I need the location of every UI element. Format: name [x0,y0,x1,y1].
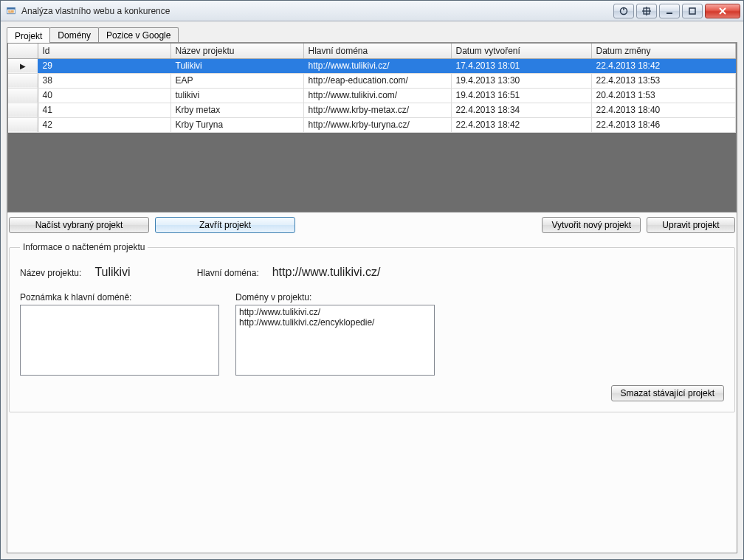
window-title-extra [174,6,176,16]
tab-strip: Projekt Domény Pozice v Google [7,26,737,42]
cell-changed[interactable]: 22.4.2013 18:46 [591,117,736,132]
cell-id[interactable]: 41 [38,103,170,117]
cell-name[interactable]: tulikivi [170,88,303,103]
info-domains-label: Domény v projektu: [235,292,435,303]
tab-pozice[interactable]: Pozice v Google [98,27,179,42]
minimize-button[interactable] [659,4,680,18]
close-project-button[interactable]: Zavřít projekt [155,217,295,233]
titlebar-extra-button-1[interactable] [613,4,634,18]
maximize-button[interactable] [682,4,703,18]
grid-col-id[interactable]: Id [38,44,170,58]
close-button[interactable] [705,4,740,18]
cell-domain[interactable]: http://www.krby-turyna.cz/ [303,117,451,132]
info-name-value: Tulikivi [94,266,130,279]
cell-domain[interactable]: http://www.krby-metax.cz/ [303,103,451,117]
info-name-label: Název projektu: [20,268,81,278]
client-area: Projekt Domény Pozice v Google Id Náze [1,21,743,559]
svg-rect-1 [7,7,16,9]
info-domains-listbox[interactable]: http://www.tulikivi.cz/http://www.tuliki… [235,305,435,376]
cell-name[interactable]: Tulikivi [170,58,303,73]
list-item[interactable]: http://www.tulikivi.cz/ [239,307,431,317]
table-row[interactable]: 40tulikivihttp://www.tulikivi.com/19.4.2… [8,88,736,103]
cell-id[interactable]: 29 [38,58,170,73]
cell-domain[interactable]: http://www.tulikivi.com/ [303,88,451,103]
project-buttons-row: Načíst vybraný projekt Zavřít projekt Vy… [7,217,737,238]
cell-changed[interactable]: 20.4.2013 1:53 [591,88,736,103]
grid-corner[interactable] [8,44,38,58]
load-project-button[interactable]: Načíst vybraný projekt [9,217,149,233]
delete-project-button[interactable]: Smazat stávající projekt [611,385,724,401]
tab-projekt[interactable]: Projekt [7,27,50,43]
cell-id[interactable]: 38 [38,73,170,88]
info-note-textarea[interactable] [20,305,219,376]
cell-id[interactable]: 40 [38,88,170,103]
title-bar: Analýza vlastního webu a konkurence [1,1,743,21]
cell-created[interactable]: 17.4.2013 18:01 [451,58,591,73]
info-domain-label: Hlavní doména: [197,268,259,278]
cell-domain[interactable]: http://www.tulikivi.cz/ [303,58,451,73]
table-row[interactable]: ▶29Tulikivihttp://www.tulikivi.cz/17.4.2… [8,58,736,73]
list-item[interactable]: http://www.tulikivi.cz/encyklopedie/ [239,317,431,328]
row-header[interactable] [8,117,38,132]
row-header[interactable] [8,73,38,88]
new-project-button[interactable]: Vytvořit nový projekt [542,217,641,233]
svg-rect-11 [689,8,695,14]
current-row-arrow-icon: ▶ [20,62,26,70]
grid-col-changed[interactable]: Datum změny [591,44,736,58]
cell-name[interactable]: Krby Turyna [170,117,303,132]
grid-col-domain[interactable]: Hlavní doména [303,44,451,58]
app-icon [5,5,17,17]
cell-created[interactable]: 22.4.2013 18:42 [451,117,591,132]
svg-rect-2 [8,10,10,12]
app-window: Analýza vlastního webu a konkurence Proj… [0,0,744,560]
cell-id[interactable]: 42 [38,117,170,132]
info-note-label: Poznámka k hlavní doméně: [20,292,219,303]
cell-name[interactable]: Krby metax [170,103,303,117]
row-header[interactable]: ▶ [8,58,38,73]
svg-rect-4 [8,12,14,13]
projects-grid[interactable]: Id Název projektu Hlavní doména Datum vy… [7,43,737,212]
table-row[interactable]: 41Krby metaxhttp://www.krby-metax.cz/22.… [8,103,736,117]
project-info-title: Informace o načteném projektu [20,242,148,252]
cell-changed[interactable]: 22.4.2013 18:40 [591,103,736,117]
edit-project-button[interactable]: Upravit projekt [647,217,735,233]
cell-created[interactable]: 19.4.2013 13:30 [451,73,591,88]
project-info-group: Informace o načteném projektu Název proj… [9,242,735,412]
cell-created[interactable]: 19.4.2013 16:51 [451,88,591,103]
tab-domeny[interactable]: Domény [49,27,99,42]
info-domain-value: http://www.tulikivi.cz/ [272,266,381,279]
cell-domain[interactable]: http://eap-education.com/ [303,73,451,88]
cell-name[interactable]: EAP [170,73,303,88]
cell-changed[interactable]: 22.4.2013 13:53 [591,73,736,88]
window-title: Analýza vlastního webu a konkurence [21,6,170,16]
row-header[interactable] [8,103,38,117]
row-header[interactable] [8,88,38,103]
svg-rect-3 [10,10,14,12]
cell-changed[interactable]: 22.4.2013 18:42 [591,58,736,73]
titlebar-extra-button-2[interactable] [636,4,657,18]
table-row[interactable]: 38EAPhttp://eap-education.com/19.4.2013 … [8,73,736,88]
cell-created[interactable]: 22.4.2013 18:34 [451,103,591,117]
tab-panel-projekt: Id Název projektu Hlavní doména Datum vy… [7,42,737,553]
grid-col-name[interactable]: Název projektu [170,44,303,58]
table-row[interactable]: 42Krby Turynahttp://www.krby-turyna.cz/2… [8,117,736,132]
grid-col-created[interactable]: Datum vytvoření [451,44,591,58]
